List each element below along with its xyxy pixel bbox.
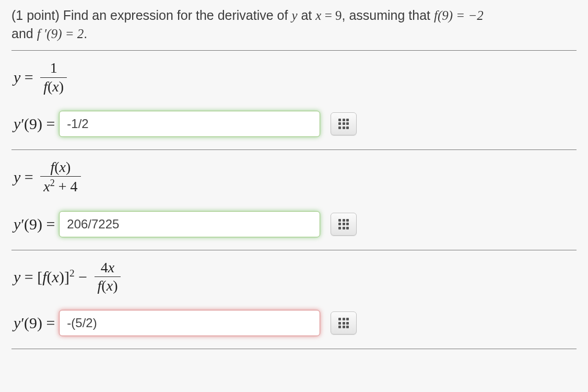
keypad-button-2[interactable]	[331, 213, 357, 236]
problem-part-1: y = 1 f(x) y′(9) =	[11, 51, 577, 150]
expression-2: y = f(x) x2 + 4	[14, 159, 574, 195]
answer-label-3: y′(9) =	[14, 314, 55, 332]
answer-label-2: y′(9) =	[14, 215, 55, 233]
answer-input-1[interactable]	[59, 111, 320, 137]
question-text: (1 point) Find an expression for the der…	[11, 6, 577, 43]
expression-1: y = 1 f(x)	[14, 60, 574, 95]
keypad-icon	[338, 119, 349, 129]
problem-part-3: y = [f(x)]2 − 4x f(x) y′(9) =	[11, 250, 577, 350]
answer-row-2: y′(9) =	[14, 211, 574, 237]
keypad-button-3[interactable]	[331, 312, 357, 335]
keypad-icon	[338, 219, 349, 229]
points-label: (1 point)	[11, 8, 63, 22]
problem-part-2: y = f(x) x2 + 4 y′(9) =	[11, 150, 577, 250]
answer-row-3: y′(9) =	[14, 310, 574, 336]
keypad-icon	[338, 318, 349, 328]
answer-input-2[interactable]	[59, 211, 320, 237]
answer-label-1: y′(9) =	[14, 115, 55, 133]
answer-row-1: y′(9) =	[14, 111, 574, 137]
keypad-button-1[interactable]	[331, 112, 357, 135]
answer-input-3[interactable]	[59, 310, 320, 336]
expression-3: y = [f(x)]2 − 4x f(x)	[14, 260, 574, 295]
